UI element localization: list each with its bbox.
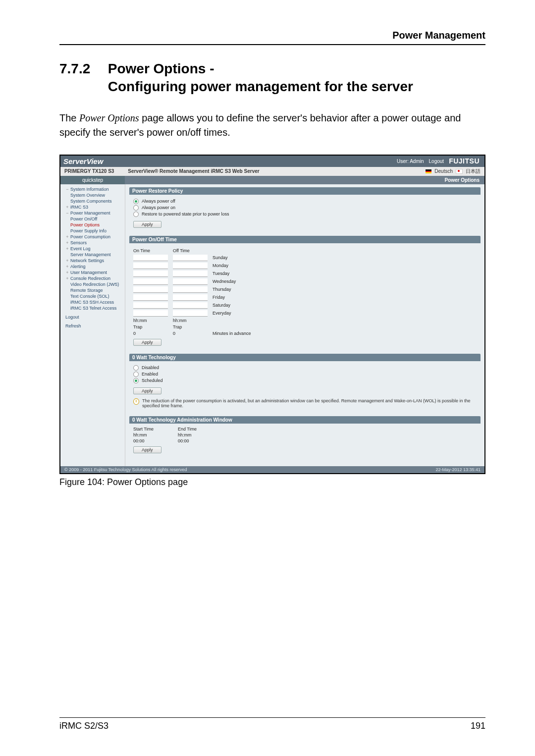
radio-scheduled[interactable] (133, 378, 139, 383)
label-thu: Thursday (213, 287, 477, 292)
label-sat: Saturday (213, 303, 477, 308)
input-off-wed[interactable] (173, 278, 208, 285)
label-trap-off: Trap (173, 324, 208, 329)
input-on-thu[interactable] (133, 286, 168, 293)
copyright: © 2009 - 2011 Fujitsu Technology Solutio… (64, 467, 187, 472)
panel-watt: 0 Watt Technology Disabled Enabled Sched… (129, 354, 481, 411)
flag-jp-icon[interactable] (456, 169, 463, 174)
nav-alerting[interactable]: +Alerting (60, 264, 125, 270)
input-off-every[interactable] (173, 310, 208, 317)
input-on-mon[interactable] (133, 263, 168, 269)
nav-irmc[interactable]: +iRMC S3 (60, 204, 125, 210)
nav-logout[interactable]: Logout (60, 314, 125, 320)
page-footer: iRMC S2/S3 191 (59, 717, 485, 731)
logout-link[interactable]: Logout (429, 159, 444, 164)
nav-server-management[interactable]: Server Management (60, 252, 125, 258)
subtitle: ServerView® Remote Management iRMC S3 We… (128, 168, 259, 174)
timestamp: 22-May-2012 13:35:41 (435, 467, 481, 472)
nav-remote-storage[interactable]: Remote Storage (60, 287, 125, 293)
nav-user-management[interactable]: +User Management (60, 270, 125, 275)
input-off-mon[interactable] (173, 263, 208, 269)
nav-video-redirection[interactable]: Video Redirection (JWS) (60, 281, 125, 287)
radio-always-on[interactable] (133, 205, 139, 211)
apply-restore-button[interactable]: Apply (133, 221, 161, 228)
input-on-sun[interactable] (133, 255, 168, 261)
info-icon: i (133, 398, 139, 405)
footer-page-number: 191 (471, 721, 485, 731)
val-end-time: 00:00 (178, 438, 217, 443)
panel-onoff-time: Power On/Off Time On Time Off Time Sunda… (129, 236, 481, 349)
input-on-tue[interactable] (133, 270, 168, 277)
val-start-time: 00:00 (133, 438, 173, 443)
user-name: Admin (410, 159, 424, 164)
radio-restore-prior[interactable] (133, 212, 139, 217)
intro-paragraph: The Power Options page allows you to def… (59, 111, 485, 140)
input-off-sat[interactable] (173, 302, 208, 309)
label-sun: Sunday (213, 255, 477, 260)
panel-title-watt-window: 0 Watt Technology Administration Window (129, 416, 481, 424)
nav-console-redirection[interactable]: +Console Redirection (60, 275, 125, 281)
nav-system-information[interactable]: −System Information (60, 186, 125, 192)
flag-de-icon[interactable] (426, 169, 431, 173)
apply-watt-button[interactable]: Apply (133, 387, 161, 394)
app-titlebar: ServerView User: Admin Logout FUJITSU (60, 156, 484, 167)
panel-title-onoff: Power On/Off Time (129, 236, 481, 243)
radio-always-off[interactable] (133, 199, 139, 204)
nav-system-components[interactable]: System Components (60, 198, 125, 204)
sub-header-bar: PRIMERGY TX120 S3 ServerView® Remote Man… (60, 167, 484, 176)
nav-refresh[interactable]: Refresh (60, 323, 125, 329)
label-hhmm-on: hh:mm (133, 318, 168, 323)
lang-jp[interactable]: 日本語 (466, 168, 481, 175)
footer-left: iRMC S2/S3 (59, 721, 108, 731)
nav-system-overview[interactable]: System Overview (60, 192, 125, 198)
watt-note-text: The reduction of the power consumption i… (142, 398, 477, 408)
nav-power-onoff[interactable]: Power On/Off (60, 216, 125, 222)
nav-sidebar: −System Information System Overview Syst… (60, 184, 125, 466)
panel-title-restore: Power Restore Policy (129, 187, 481, 195)
input-on-wed[interactable] (133, 278, 168, 285)
label-end-time: End Time (178, 427, 217, 432)
nav-text-console[interactable]: Text Console (SOL) (60, 293, 125, 299)
trap-val-off: 0 (173, 331, 208, 336)
input-on-every[interactable] (133, 310, 168, 317)
nav-sensors[interactable]: +Sensors (60, 240, 125, 246)
lang-de[interactable]: Deutsch (434, 168, 453, 174)
running-header: Power Management (59, 30, 485, 41)
input-off-thu[interactable] (173, 286, 208, 293)
th-off-time: Off Time (173, 248, 208, 253)
input-off-sun[interactable] (173, 255, 208, 261)
nav-network-settings[interactable]: +Network Settings (60, 258, 125, 264)
panel-watt-window: 0 Watt Technology Administration Window … (129, 416, 481, 456)
input-on-fri[interactable] (133, 294, 168, 301)
input-off-fri[interactable] (173, 294, 208, 301)
input-off-tue[interactable] (173, 270, 208, 277)
apply-window-button[interactable]: Apply (133, 446, 161, 453)
label-wed: Wednesday (213, 279, 477, 284)
nav-power-supply-info[interactable]: Power Supply Info (60, 228, 125, 234)
input-on-sat[interactable] (133, 302, 168, 309)
nav-power-management[interactable]: −Power Management (60, 210, 125, 216)
label-disabled: Disabled (142, 365, 159, 370)
label-hhmm-off: hh:mm (173, 318, 208, 323)
label-tue: Tuesday (213, 271, 477, 276)
apply-onoff-button[interactable]: Apply (133, 339, 161, 346)
page-title: Power Options (125, 176, 484, 184)
panel-power-restore: Power Restore Policy Always power off Al… (129, 187, 481, 231)
radio-disabled[interactable] (133, 365, 139, 371)
sidebar-crumb: quickstep (60, 176, 125, 184)
label-minutes: Minutes in advance (213, 331, 477, 336)
panel-title-watt: 0 Watt Technology (129, 354, 481, 361)
nav-telnet-access[interactable]: iRMC S3 Telnet Access (60, 305, 125, 311)
section-heading: 7.7.2 Power Options - Configuring power … (59, 60, 485, 96)
nav-power-consumption[interactable]: +Power Consumption (60, 234, 125, 240)
label-always-on: Always power on (142, 205, 175, 210)
nav-ssh-access[interactable]: iRMC S3 SSH Access (60, 299, 125, 305)
crumb-bar: quickstep Power Options (60, 176, 484, 184)
label-always-off: Always power off (142, 199, 175, 204)
section-title-line1: Power Options - (108, 61, 214, 76)
label-enabled: Enabled (142, 372, 158, 377)
nav-power-options[interactable]: Power Options (60, 222, 125, 228)
header-rule (59, 44, 485, 45)
radio-enabled[interactable] (133, 372, 139, 377)
nav-event-log[interactable]: +Event Log (60, 246, 125, 252)
